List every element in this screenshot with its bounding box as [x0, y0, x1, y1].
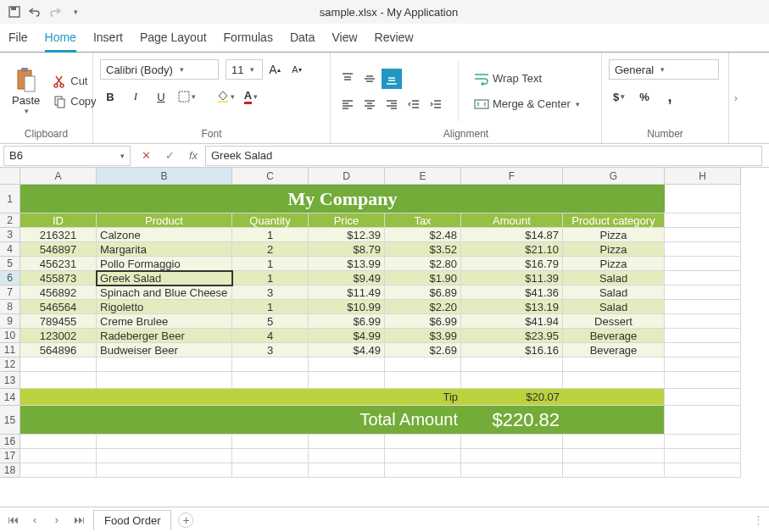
- cell[interactable]: $4.49: [309, 343, 385, 357]
- cell[interactable]: 4: [232, 329, 309, 343]
- cell[interactable]: [665, 343, 741, 357]
- select-all-corner[interactable]: [0, 168, 20, 185]
- font-size-dropdown[interactable]: 11▾: [226, 59, 263, 80]
- cell[interactable]: $6.99: [309, 314, 385, 329]
- column-header[interactable]: D: [309, 168, 385, 185]
- fx-icon[interactable]: fx: [181, 146, 205, 166]
- cell[interactable]: $6.99: [385, 314, 461, 329]
- cell[interactable]: [665, 406, 741, 435]
- paste-button[interactable]: Paste ▾: [7, 58, 45, 125]
- add-sheet-icon[interactable]: +: [178, 513, 193, 528]
- borders-button[interactable]: ▾: [176, 86, 197, 107]
- qat-dropdown-icon[interactable]: ▾: [68, 4, 83, 19]
- cell[interactable]: [309, 372, 385, 389]
- cell[interactable]: [665, 213, 741, 228]
- cell[interactable]: $6.89: [385, 285, 461, 300]
- comma-icon[interactable]: ,: [660, 86, 680, 107]
- row-header[interactable]: 1: [0, 185, 20, 213]
- cell[interactable]: Salad: [563, 271, 665, 285]
- row-header[interactable]: 2: [0, 213, 20, 228]
- redo-icon[interactable]: [47, 4, 63, 19]
- cell[interactable]: Rigoletto: [97, 300, 232, 314]
- cell[interactable]: [563, 406, 665, 435]
- cell[interactable]: Creme Brulee: [97, 314, 232, 329]
- cell[interactable]: [563, 389, 665, 406]
- cell[interactable]: $23.95: [461, 329, 563, 343]
- percent-icon[interactable]: %: [634, 86, 655, 107]
- increase-indent-icon[interactable]: [426, 94, 446, 114]
- merge-center-button[interactable]: Merge & Center ▾: [471, 96, 583, 113]
- row-header[interactable]: 11: [0, 343, 20, 357]
- cell[interactable]: [665, 185, 741, 213]
- cell[interactable]: [97, 372, 232, 389]
- row-header[interactable]: 17: [0, 449, 20, 463]
- cell[interactable]: Calzone: [97, 228, 232, 242]
- name-box[interactable]: B6▾: [3, 146, 131, 166]
- increase-font-icon[interactable]: A▴: [265, 59, 285, 80]
- cell[interactable]: 455873: [20, 271, 97, 285]
- cell[interactable]: 3: [232, 343, 309, 357]
- cell[interactable]: $4.99: [309, 329, 385, 343]
- cell[interactable]: [385, 372, 461, 389]
- row-header[interactable]: 15: [0, 406, 20, 435]
- cell[interactable]: 5: [232, 314, 309, 329]
- align-bottom-icon[interactable]: [382, 69, 402, 89]
- wrap-text-button[interactable]: Wrap Text: [471, 70, 583, 87]
- cell[interactable]: [97, 449, 232, 463]
- undo-icon[interactable]: [27, 4, 42, 19]
- cell[interactable]: Tax: [385, 213, 461, 228]
- total-label-cell[interactable]: Total Amount: [309, 406, 461, 435]
- cell[interactable]: [385, 357, 461, 372]
- first-sheet-icon[interactable]: ⏮: [5, 513, 20, 528]
- cell[interactable]: [665, 435, 741, 449]
- cell[interactable]: [20, 449, 97, 463]
- row-header[interactable]: 16: [0, 435, 20, 449]
- cell[interactable]: [97, 463, 232, 478]
- cell[interactable]: $13.19: [461, 300, 563, 314]
- cell[interactable]: 3: [232, 285, 309, 300]
- cell[interactable]: $3.52: [385, 242, 461, 257]
- cell[interactable]: [20, 372, 97, 389]
- cell[interactable]: 216321: [20, 228, 97, 242]
- cell[interactable]: Quantity: [232, 213, 309, 228]
- cell[interactable]: Price: [309, 213, 385, 228]
- cell[interactable]: 456892: [20, 285, 97, 300]
- menu-tab-data[interactable]: Data: [290, 23, 315, 52]
- menu-tab-home[interactable]: Home: [45, 24, 76, 53]
- menu-tab-formulas[interactable]: Formulas: [224, 23, 273, 52]
- row-header[interactable]: 6: [0, 271, 20, 285]
- cancel-icon[interactable]: ✕: [134, 146, 158, 166]
- column-header[interactable]: G: [563, 168, 665, 185]
- cell[interactable]: Pizza: [563, 242, 665, 257]
- cell[interactable]: $9.49: [309, 271, 385, 285]
- cell[interactable]: [232, 463, 309, 478]
- cell[interactable]: [665, 257, 741, 271]
- cell[interactable]: Tip: [385, 389, 461, 406]
- cell[interactable]: Salad: [563, 300, 665, 314]
- cell[interactable]: [20, 435, 97, 449]
- menu-tab-view[interactable]: View: [332, 23, 358, 52]
- number-format-dropdown[interactable]: General▾: [609, 59, 719, 80]
- cell[interactable]: Beverage: [563, 329, 665, 343]
- menu-tab-insert[interactable]: Insert: [93, 23, 123, 52]
- cell[interactable]: $10.99: [309, 300, 385, 314]
- cell[interactable]: [563, 449, 665, 463]
- ribbon-scroll-right-icon[interactable]: ›: [729, 53, 743, 143]
- next-sheet-icon[interactable]: ›: [49, 513, 64, 528]
- cell[interactable]: [461, 435, 563, 449]
- cell[interactable]: [665, 242, 741, 257]
- cell[interactable]: $16.16: [461, 343, 563, 357]
- cell[interactable]: [563, 357, 665, 372]
- cell[interactable]: [665, 300, 741, 314]
- decrease-indent-icon[interactable]: [404, 94, 424, 114]
- accept-icon[interactable]: ✓: [158, 146, 181, 166]
- font-color-button[interactable]: A▾: [241, 86, 261, 107]
- cell[interactable]: 1: [232, 300, 309, 314]
- cell[interactable]: 789455: [20, 314, 97, 329]
- copy-button[interactable]: Copy: [50, 93, 99, 110]
- align-top-icon[interactable]: [337, 69, 358, 89]
- cell[interactable]: $11.49: [309, 285, 385, 300]
- cell[interactable]: [20, 463, 97, 478]
- cell[interactable]: [665, 228, 741, 242]
- cell[interactable]: $41.36: [461, 285, 563, 300]
